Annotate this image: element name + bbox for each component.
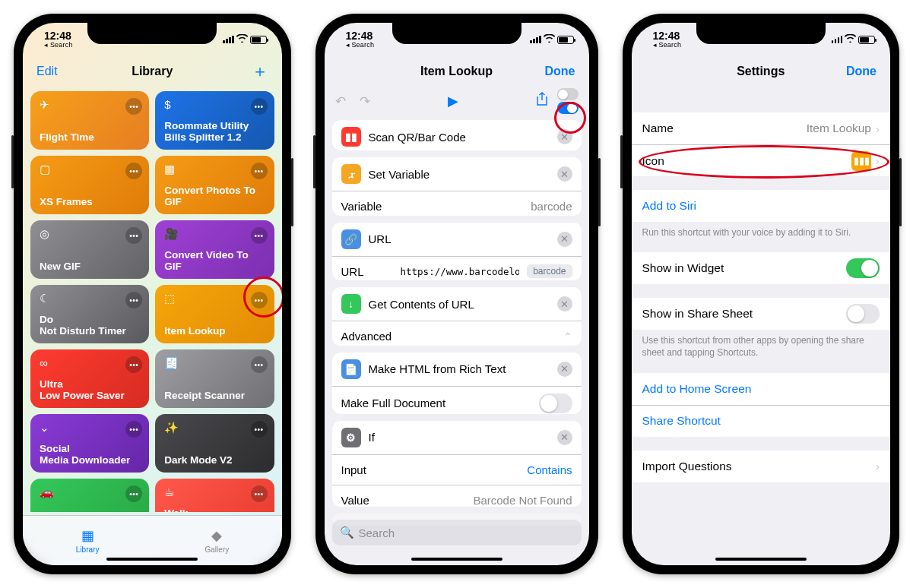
if-input-value[interactable]: Contains xyxy=(527,463,572,476)
download-icon: ↓ xyxy=(341,294,361,314)
signal-icon xyxy=(530,36,541,43)
shortcut-tile-10[interactable]: ⌄SocialMedia Downloader xyxy=(30,414,149,473)
back-to-search[interactable]: ◂ Search xyxy=(346,42,375,49)
settings-toggle-button[interactable] xyxy=(557,88,579,114)
barcode-icon: ▮▮ xyxy=(341,127,361,147)
share-button[interactable] xyxy=(536,92,548,110)
share-sheet-toggle[interactable] xyxy=(846,304,880,324)
editor-navbar: Item Lookup Done xyxy=(325,56,589,87)
action-get-contents[interactable]: ↓Get Contents of URL Advanced⌃ xyxy=(332,287,582,346)
run-button[interactable]: ▶ xyxy=(448,93,458,109)
remove-button[interactable] xyxy=(557,296,572,311)
action-if[interactable]: ⚙︎If InputContains ValueBarcode Not Foun… xyxy=(332,421,582,507)
variable-pill[interactable]: barcode xyxy=(527,264,572,278)
row-add-home[interactable]: Add to Home Screen xyxy=(632,373,891,405)
link-icon: 🔗 xyxy=(341,229,361,249)
phone-editor: 12:48 ◂ Search Item Lookup Done ↶ ↷ ▶ xyxy=(315,14,598,574)
tile-label: New GIF xyxy=(40,261,140,273)
tile-label: Dark Mode V2 xyxy=(164,454,265,466)
url-value[interactable]: https://www.barcodelookup.com/ xyxy=(401,266,520,277)
phone-settings: 12:48 ◂ Search Settings Done Name Item L… xyxy=(623,14,900,574)
more-button[interactable] xyxy=(251,485,268,502)
shortcut-tile-9[interactable]: 🧾Receipt Scanner xyxy=(155,349,274,408)
more-button[interactable] xyxy=(125,485,142,502)
shortcut-tile-2[interactable]: ▢XS Frames xyxy=(30,156,149,214)
shortcut-tile-12[interactable]: 🚗Find Gas Nearby xyxy=(30,479,149,512)
widget-toggle[interactable] xyxy=(846,258,880,278)
shortcut-tile-4[interactable]: ◎New GIF xyxy=(30,220,149,279)
row-name[interactable]: Name Item Lookup› xyxy=(632,112,891,144)
more-button[interactable] xyxy=(125,98,142,115)
more-button[interactable] xyxy=(125,356,142,373)
name-detail: Item Lookup xyxy=(807,122,871,135)
more-button[interactable] xyxy=(125,227,142,244)
remove-button[interactable] xyxy=(557,232,572,247)
tile-label: Convert Photos To GIF xyxy=(164,185,265,208)
shortcut-tile-0[interactable]: ✈︎Flight Time xyxy=(30,91,149,150)
row-icon[interactable]: Icon ▮▮▮› xyxy=(632,144,891,176)
chevron-up-icon[interactable]: ⌃ xyxy=(563,330,572,343)
shortcut-tile-8[interactable]: ∞UltraLow Power Saver xyxy=(30,349,149,408)
editor-toolbar: ↶ ↷ ▶ xyxy=(325,87,589,115)
more-button[interactable] xyxy=(251,227,268,244)
share-footer: Use this shortcut from other apps by ope… xyxy=(632,330,891,359)
more-button[interactable] xyxy=(125,163,142,179)
undo-button[interactable]: ↶ xyxy=(335,93,346,109)
more-button[interactable] xyxy=(125,292,142,308)
variable-value[interactable]: barcode xyxy=(531,200,572,213)
action-make-html[interactable]: 📄Make HTML from Rich Text Make Full Docu… xyxy=(332,352,582,414)
group-actions: Add to Home Screen Share Shortcut xyxy=(632,373,891,437)
back-to-search[interactable]: ◂ Search xyxy=(44,42,73,49)
done-button[interactable]: Done xyxy=(545,65,575,78)
library-navbar: Edit Library ＋ xyxy=(23,56,282,87)
done-button[interactable]: Done xyxy=(846,65,877,78)
group-siri: Add to Siri xyxy=(632,190,891,222)
remove-button[interactable] xyxy=(557,362,572,377)
row-show-widget[interactable]: Show in Widget xyxy=(632,252,891,284)
shortcut-tile-7[interactable]: ⬚Item Lookup xyxy=(155,285,274,343)
shortcut-tile-13[interactable]: ☕︎Walkto Coffee Shop xyxy=(155,479,274,512)
full-document-toggle[interactable] xyxy=(539,394,572,413)
more-button[interactable] xyxy=(125,421,142,438)
wifi-icon xyxy=(544,34,555,45)
action-url[interactable]: 🔗URL URLhttps://www.barcodelookup.com/ba… xyxy=(332,223,582,281)
shortcut-tile-5[interactable]: 🎥Convert Video To GIF xyxy=(155,220,274,279)
tile-label: Convert Video To GIF xyxy=(164,249,265,273)
shortcut-tile-3[interactable]: ▦Convert Photos To GIF xyxy=(155,156,274,214)
signal-icon xyxy=(223,36,234,43)
action-scan-qr[interactable]: ▮▮Scan QR/Bar Code xyxy=(332,120,582,150)
edit-button[interactable]: Edit xyxy=(36,65,58,78)
shortcut-tile-11[interactable]: ✨Dark Mode V2 xyxy=(155,414,274,473)
more-button[interactable] xyxy=(251,356,268,373)
page-title: Library xyxy=(23,65,282,78)
group-share-sheet: Show in Share Sheet xyxy=(632,298,891,330)
add-button[interactable]: ＋ xyxy=(252,63,268,80)
status-time: 12:48 xyxy=(346,30,373,41)
shortcut-tile-1[interactable]: $Roommate Utility Bills Splitter 1.2 xyxy=(155,91,274,150)
back-to-search[interactable]: ◂ Search xyxy=(653,42,682,49)
more-button[interactable] xyxy=(251,98,268,115)
search-input[interactable]: 🔍 Search xyxy=(332,520,582,545)
chevron-right-icon: › xyxy=(876,460,880,473)
row-add-to-siri[interactable]: Add to Siri xyxy=(632,190,891,222)
more-button[interactable] xyxy=(251,421,268,438)
tile-label: Roommate Utility Bills Splitter 1.2 xyxy=(164,120,265,144)
action-set-variable[interactable]: 𝑥Set Variable Variablebarcode xyxy=(332,157,582,216)
row-show-share-sheet[interactable]: Show in Share Sheet xyxy=(632,298,891,330)
remove-button[interactable] xyxy=(557,129,572,144)
chevron-right-icon: › xyxy=(876,122,880,135)
remove-button[interactable] xyxy=(557,430,572,445)
more-button[interactable] xyxy=(251,292,268,308)
row-import-questions[interactable]: Import Questions › xyxy=(632,450,891,482)
tile-icon: ☕︎ xyxy=(164,486,265,498)
row-share-shortcut[interactable]: Share Shortcut xyxy=(632,405,891,437)
battery-icon xyxy=(250,36,267,44)
tile-icon: ▦ xyxy=(164,163,265,175)
if-value-value[interactable]: Barcode Not Found xyxy=(473,494,572,507)
tile-label: Walkto Coffee Shop xyxy=(164,507,265,512)
group-widget: Show in Widget xyxy=(632,252,891,284)
remove-button[interactable] xyxy=(557,166,572,182)
more-button[interactable] xyxy=(251,163,268,179)
redo-button[interactable]: ↷ xyxy=(360,93,370,109)
shortcut-tile-6[interactable]: ☾DoNot Disturb Timer xyxy=(30,285,149,343)
